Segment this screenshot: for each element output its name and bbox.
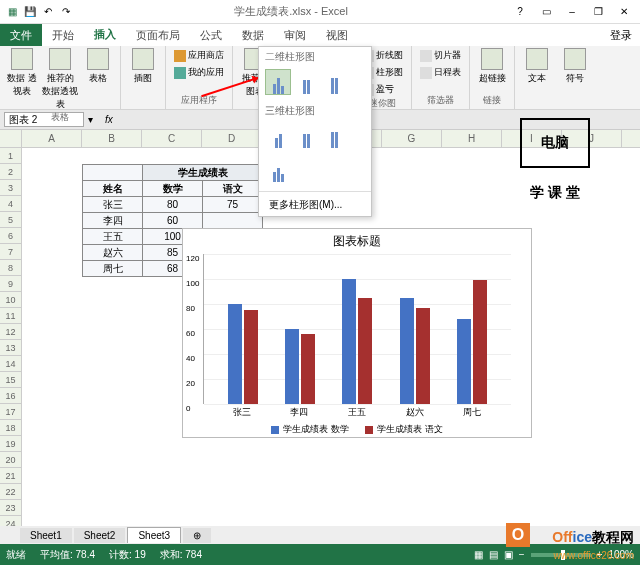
status-ready: 就绪 <box>6 548 26 562</box>
tab-file[interactable]: 文件 <box>0 24 42 47</box>
row-5[interactable]: 5 <box>0 212 22 228</box>
hdr-math[interactable]: 数学 <box>143 181 203 197</box>
status-sum: 求和: 784 <box>160 548 202 562</box>
group-text: 文本 符号 <box>515 46 597 109</box>
group-label-links: 链接 <box>474 94 510 107</box>
status-bar: 就绪 平均值: 78.4 计数: 19 求和: 784 ▦ ▤ ▣ − + 10… <box>0 544 640 565</box>
dd-3d-clustered[interactable] <box>265 123 291 149</box>
col-H[interactable]: H <box>442 130 502 147</box>
col-B[interactable]: B <box>82 130 142 147</box>
row-19[interactable]: 19 <box>0 436 22 452</box>
minimize-icon[interactable]: – <box>560 2 584 22</box>
row-1[interactable]: 1 <box>0 148 22 164</box>
restore-icon[interactable]: ❐ <box>586 2 610 22</box>
window-title: 学生成绩表.xlsx - Excel <box>234 4 348 19</box>
col-C[interactable]: C <box>142 130 202 147</box>
dd-100stacked-column[interactable] <box>321 69 347 95</box>
row-21[interactable]: 21 <box>0 468 22 484</box>
group-apps: 应用商店 我的应用 应用程序 <box>166 46 233 109</box>
tab-layout[interactable]: 页面布局 <box>126 24 190 47</box>
row-18[interactable]: 18 <box>0 420 22 436</box>
col-G[interactable]: G <box>382 130 442 147</box>
row-6[interactable]: 6 <box>0 228 22 244</box>
chart-plot-area[interactable]: 020406080100120 <box>203 254 511 404</box>
row-14[interactable]: 14 <box>0 356 22 372</box>
btn-table[interactable]: 表格 <box>80 48 116 85</box>
view-layout-icon[interactable]: ▤ <box>489 549 498 560</box>
dd-3d-stacked[interactable] <box>293 123 319 149</box>
excel-icon: ▦ <box>4 4 20 20</box>
row-15[interactable]: 15 <box>0 372 22 388</box>
sheet-tab-3[interactable]: Sheet3 <box>127 527 181 543</box>
hdr-lang[interactable]: 语文 <box>203 181 263 197</box>
redo-icon[interactable]: ↷ <box>58 4 74 20</box>
row-10[interactable]: 10 <box>0 292 22 308</box>
titlebar: ▦ 💾 ↶ ↷ 学生成绩表.xlsx - Excel ? ▭ – ❐ ✕ <box>0 0 640 24</box>
btn-hyperlink[interactable]: 超链接 <box>474 48 510 85</box>
monitor-text: 电脑 <box>520 118 590 168</box>
row-16[interactable]: 16 <box>0 388 22 404</box>
btn-myapps[interactable]: 我的应用 <box>170 65 228 80</box>
row-17[interactable]: 17 <box>0 404 22 420</box>
dd-3d-100stacked[interactable] <box>321 123 347 149</box>
group-label-apps: 应用程序 <box>170 94 228 107</box>
tab-view[interactable]: 视图 <box>316 24 358 47</box>
chart-title[interactable]: 图表标题 <box>183 229 531 254</box>
dd-3d-column[interactable] <box>265 157 291 183</box>
row-22[interactable]: 22 <box>0 484 22 500</box>
help-icon[interactable]: ? <box>508 2 532 22</box>
btn-timeline[interactable]: 日程表 <box>416 65 465 80</box>
btn-illus[interactable]: 插图 <box>125 48 161 85</box>
watermark: Office教程网 <box>552 529 634 547</box>
row-7[interactable]: 7 <box>0 244 22 260</box>
tab-home[interactable]: 开始 <box>42 24 84 47</box>
save-icon[interactable]: 💾 <box>22 4 38 20</box>
dd-more-column[interactable]: 更多柱形图(M)... <box>259 194 371 216</box>
btn-slicer[interactable]: 切片器 <box>416 48 465 63</box>
row-20[interactable]: 20 <box>0 452 22 468</box>
window-controls: ? ▭ – ❐ ✕ <box>508 2 636 22</box>
login-link[interactable]: 登录 <box>602 24 640 47</box>
status-avg: 平均值: 78.4 <box>40 548 95 562</box>
table-title[interactable]: 学生成绩表 <box>143 165 263 181</box>
tab-formula[interactable]: 公式 <box>190 24 232 47</box>
qat: ▦ 💾 ↶ ↷ <box>4 4 74 20</box>
row-4[interactable]: 4 <box>0 196 22 212</box>
row-3[interactable]: 3 <box>0 180 22 196</box>
ribbon-opts-icon[interactable]: ▭ <box>534 2 558 22</box>
btn-text[interactable]: 文本 <box>519 48 555 85</box>
close-icon[interactable]: ✕ <box>612 2 636 22</box>
btn-appstore[interactable]: 应用商店 <box>170 48 228 63</box>
row-9[interactable]: 9 <box>0 276 22 292</box>
col-A[interactable]: A <box>22 130 82 147</box>
sheet-tab-1[interactable]: Sheet1 <box>20 528 72 543</box>
chart-object[interactable]: 图表标题 020406080100120 张三李四王五赵六周七 学生成绩表 数学… <box>182 228 532 438</box>
row-23[interactable]: 23 <box>0 500 22 516</box>
chart-legend[interactable]: 学生成绩表 数学 学生成绩表 语文 <box>183 423 531 436</box>
view-normal-icon[interactable]: ▦ <box>474 549 483 560</box>
dd-clustered-column[interactable] <box>265 69 291 95</box>
row-12[interactable]: 12 <box>0 324 22 340</box>
btn-rec-pivot[interactable]: 推荐的 数据透视表 <box>42 48 78 111</box>
dd-2d-title: 二维柱形图 <box>259 47 371 67</box>
view-break-icon[interactable]: ▣ <box>504 549 513 560</box>
undo-icon[interactable]: ↶ <box>40 4 56 20</box>
new-sheet-button[interactable]: ⊕ <box>183 528 211 543</box>
tab-review[interactable]: 审阅 <box>274 24 316 47</box>
group-tables: 数据 透视表 推荐的 数据透视表 表格 表格 <box>0 46 121 109</box>
sheet-tab-2[interactable]: Sheet2 <box>74 528 126 543</box>
btn-symbol[interactable]: 符号 <box>557 48 593 85</box>
group-links: 超链接 链接 <box>470 46 515 109</box>
row-13[interactable]: 13 <box>0 340 22 356</box>
dd-stacked-column[interactable] <box>293 69 319 95</box>
col-D[interactable]: D <box>202 130 262 147</box>
status-count: 计数: 19 <box>109 548 146 562</box>
tab-insert[interactable]: 插入 <box>84 23 126 47</box>
row-11[interactable]: 11 <box>0 308 22 324</box>
row-8[interactable]: 8 <box>0 260 22 276</box>
hdr-name[interactable]: 姓名 <box>83 181 143 197</box>
btn-pivot[interactable]: 数据 透视表 <box>4 48 40 98</box>
tab-data[interactable]: 数据 <box>232 24 274 47</box>
row-2[interactable]: 2 <box>0 164 22 180</box>
zoom-out[interactable]: − <box>519 549 525 560</box>
